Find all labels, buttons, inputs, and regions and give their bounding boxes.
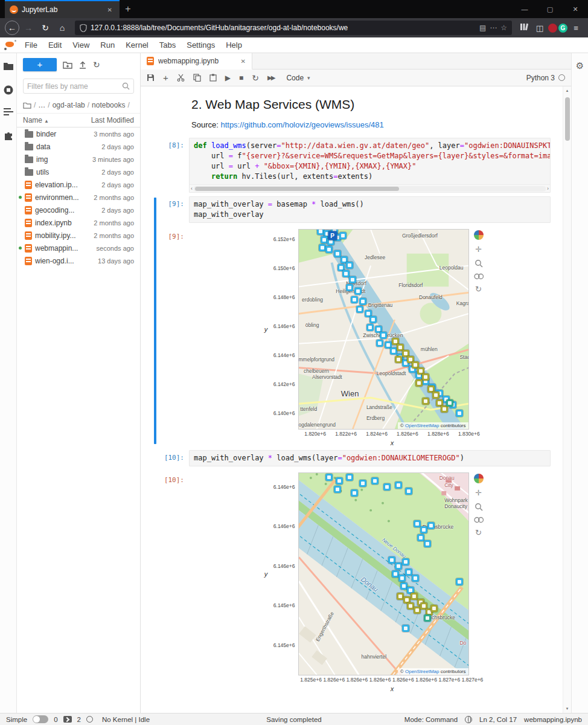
file-row-environmen-[interactable]: environmen...2 months ago <box>17 191 140 204</box>
pan-tool-icon[interactable]: ✛ <box>475 245 482 254</box>
upload-icon[interactable] <box>78 60 87 69</box>
cursor-position[interactable]: Ln 2, Col 17 <box>479 716 517 723</box>
reader-mode-icon[interactable]: ▤ <box>479 24 486 32</box>
shield-icon[interactable] <box>80 24 87 32</box>
notebook-tab[interactable]: webmapping.ipynb ✕ <box>141 53 252 69</box>
file-row-wien-ogd-i-[interactable]: wien-ogd.i...13 days ago <box>17 254 140 267</box>
sidebar-item-files[interactable] <box>3 62 14 72</box>
file-row-data[interactable]: data2 days ago <box>17 140 140 153</box>
paste-cells-button[interactable] <box>209 74 217 82</box>
home-folder-icon[interactable] <box>23 102 31 109</box>
source-link[interactable]: https://github.com/holoviz/geoviews/issu… <box>220 120 383 129</box>
forward-button[interactable]: → <box>21 20 36 36</box>
code-editor[interactable]: map_with_overlay = basemap * load_wms()m… <box>189 196 551 223</box>
openstreetmap-link[interactable]: OpenStreetMap <box>405 669 439 674</box>
menu-edit[interactable]: Edit <box>43 37 67 53</box>
holoviews-logo-icon[interactable] <box>474 230 484 240</box>
sidebar-item-extensions[interactable] <box>3 130 14 141</box>
scrollbar-thumb[interactable] <box>565 97 570 141</box>
simple-mode-toggle[interactable] <box>33 715 48 723</box>
menu-help[interactable]: Help <box>220 37 248 53</box>
file-row-utils[interactable]: utils2 days ago <box>17 166 140 178</box>
box-zoom-tool-icon[interactable] <box>475 503 483 511</box>
grammarly-extension-icon[interactable]: G <box>558 24 567 33</box>
kernel-icon[interactable] <box>86 716 93 723</box>
command-mode-indicator[interactable]: Mode: Command <box>404 716 458 723</box>
kernel-status-text[interactable]: No Kernel | Idle <box>102 716 150 723</box>
file-filter-box[interactable] <box>23 79 134 94</box>
window-maximize-button[interactable]: ▢ <box>537 0 563 18</box>
reset-tool-icon[interactable]: ↻ <box>475 285 482 294</box>
run-button[interactable]: ▶ <box>225 74 231 82</box>
column-header-modified[interactable]: Last Modified <box>91 116 134 124</box>
reset-tool-icon[interactable]: ↻ <box>475 529 482 537</box>
map-plot-area[interactable]: GroßjedlersdorfJedleseeLeopoldauNussdorf… <box>298 229 469 430</box>
cut-cells-button[interactable] <box>177 74 185 82</box>
scrollbar-thumb[interactable] <box>195 187 399 191</box>
browser-tab[interactable]: JupyterLab ✕ <box>5 0 120 18</box>
save-button[interactable] <box>147 74 155 82</box>
kernel-name[interactable]: Python 3 <box>526 74 555 82</box>
bookmark-star-icon[interactable]: ☆ <box>500 24 507 32</box>
file-row-mobility-ipy-[interactable]: mobility.ipy...2 months ago <box>17 229 140 242</box>
breadcrumb-item[interactable]: ogd-at-lab <box>53 101 85 109</box>
menu-tabs[interactable]: Tabs <box>154 37 181 53</box>
menu-file[interactable]: File <box>19 37 43 53</box>
new-folder-icon[interactable] <box>63 61 72 69</box>
menu-run[interactable]: Run <box>95 37 120 53</box>
file-filter-input[interactable] <box>27 82 122 91</box>
interrupt-kernel-button[interactable]: ■ <box>239 74 243 82</box>
file-row-elevation-ip-[interactable]: elevation.ip...2 days ago <box>17 178 140 191</box>
property-inspector-gear-icon[interactable]: ⚙ <box>576 60 584 71</box>
copy-cells-button[interactable] <box>193 74 201 82</box>
sidebar-item-toc[interactable] <box>3 108 14 118</box>
reload-button[interactable]: ↻ <box>37 20 53 36</box>
hamburger-menu-icon[interactable]: ≡ <box>569 24 583 33</box>
scroll-down-icon[interactable]: ▾ <box>566 704 569 713</box>
tab-close-icon[interactable]: ✕ <box>105 5 115 14</box>
new-launcher-button[interactable]: + <box>23 58 57 71</box>
window-minimize-button[interactable]: — <box>512 0 537 18</box>
back-button[interactable]: ← <box>5 21 19 35</box>
notebook-tab-close-icon[interactable]: ✕ <box>241 58 246 65</box>
url-bar[interactable]: 127.0.0.1:8888/lab/tree/Documents/GitHub… <box>75 21 512 35</box>
menu-view[interactable]: View <box>67 37 95 53</box>
file-row-webmappin-[interactable]: webmappin...seconds ago <box>17 242 140 254</box>
scroll-right-icon[interactable]: › <box>547 185 549 192</box>
holoviews-logo-icon[interactable] <box>474 474 484 483</box>
file-row-index-ipynb[interactable]: index.ipynb2 months ago <box>17 216 140 229</box>
library-icon[interactable] <box>517 23 531 33</box>
cell-horizontal-scrollbar[interactable]: ‹ › <box>190 184 550 192</box>
wheel-zoom-tool-icon[interactable] <box>474 517 484 523</box>
kernel-status-icon[interactable] <box>558 74 565 81</box>
code-editor[interactable]: def load_wms(server="http://data.wien.gv… <box>189 138 551 193</box>
restart-run-all-button[interactable]: ▶▶ <box>267 74 274 81</box>
scroll-left-icon[interactable]: ‹ <box>191 185 193 192</box>
openstreetmap-link[interactable]: OpenStreetMap <box>405 423 439 428</box>
url-text[interactable]: 127.0.0.1:8888/lab/tree/Documents/GitHub… <box>91 24 476 32</box>
breadcrumb-item[interactable]: … <box>38 101 45 109</box>
wheel-zoom-tool-icon[interactable] <box>474 273 484 280</box>
file-row-binder[interactable]: binder3 months ago <box>17 127 140 140</box>
map-plot-area[interactable]: DonauCityWohnparkDonaucityReichsbrückeNe… <box>298 472 469 675</box>
terminal-icon[interactable] <box>63 716 72 723</box>
restart-kernel-button[interactable]: ↻ <box>252 73 259 83</box>
extension-red-icon[interactable] <box>548 24 557 33</box>
file-row-geocoding-[interactable]: geocoding...2 days ago <box>17 204 140 216</box>
menu-settings[interactable]: Settings <box>181 37 220 53</box>
refresh-icon[interactable]: ↻ <box>93 60 100 69</box>
cell-type-dropdown[interactable]: Code ▾ <box>286 74 310 82</box>
pan-tool-icon[interactable]: ✛ <box>475 489 482 497</box>
notebook-scrollbar[interactable]: ▴ ▾ <box>563 86 571 713</box>
box-zoom-tool-icon[interactable] <box>475 259 483 268</box>
scroll-up-icon[interactable]: ▴ <box>566 86 569 95</box>
file-row-img[interactable]: img3 minutes ago <box>17 153 140 166</box>
new-tab-button[interactable]: + <box>120 0 136 18</box>
sidebars-icon[interactable]: ◫ <box>532 24 547 33</box>
window-close-button[interactable]: ✕ <box>563 0 588 18</box>
page-actions-icon[interactable]: ⋯ <box>490 24 497 32</box>
code-editor[interactable]: map_with_overlay * load_wms(layer="ogdwi… <box>189 450 551 466</box>
column-header-name[interactable]: Name▲ <box>23 116 91 124</box>
home-button[interactable]: ⌂ <box>54 20 70 36</box>
add-cell-button[interactable]: + <box>163 72 168 83</box>
